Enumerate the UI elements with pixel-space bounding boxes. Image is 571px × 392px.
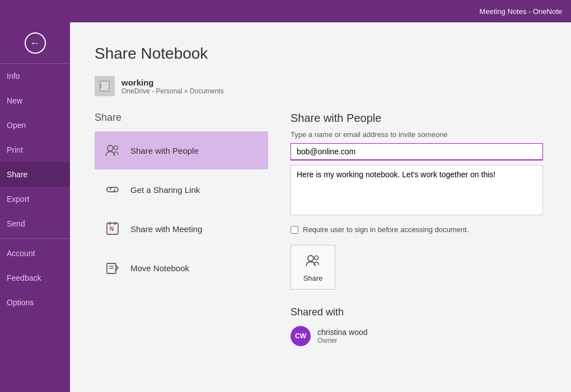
- notebook-info: working OneDrive - Personal » Documents: [95, 76, 543, 96]
- svg-rect-1: [101, 82, 109, 91]
- notebook-svg-icon: [99, 80, 111, 92]
- two-column-layout: Share Share with People: [95, 112, 543, 346]
- share-with-people-heading: Share with People: [291, 112, 543, 125]
- back-button[interactable]: ←: [0, 22, 70, 64]
- page-title: Share Notebook: [95, 45, 543, 63]
- sidebar-item-send[interactable]: Send: [0, 211, 70, 236]
- shared-person: CW christina wood Owner: [291, 326, 543, 346]
- sidebar-item-label: Options: [7, 298, 34, 307]
- share-option-label: Get a Sharing Link: [130, 185, 200, 195]
- share-button-label: Share: [303, 274, 323, 282]
- share-option-move-notebook[interactable]: Move Notebook: [95, 249, 268, 287]
- svg-point-13: [308, 256, 313, 261]
- sidebar-divider: [0, 238, 70, 239]
- sidebar-item-options[interactable]: Options: [0, 290, 70, 315]
- back-arrow-icon: ←: [30, 38, 40, 48]
- main-layout: ← Info New Open Print Share Export Send …: [0, 22, 571, 392]
- sidebar-item-info[interactable]: Info: [0, 64, 70, 88]
- share-option-label: Share with People: [130, 146, 199, 155]
- sidebar-item-label: Print: [7, 145, 23, 154]
- share-option-label: Move Notebook: [130, 263, 189, 273]
- svg-point-4: [107, 145, 113, 151]
- sidebar-item-new[interactable]: New: [0, 88, 70, 113]
- svg-point-5: [114, 146, 118, 150]
- share-option-share-meeting[interactable]: N Share with Meeting: [95, 210, 268, 248]
- share-options-panel: Share Share with People: [95, 112, 268, 346]
- svg-rect-8: [114, 222, 116, 225]
- share-with-people-icon: [102, 140, 123, 160]
- invite-hint: Type a name or email address to invite s…: [291, 130, 543, 139]
- signin-required-row: Require user to sign in before accessing…: [291, 225, 543, 234]
- svg-rect-3: [100, 87, 101, 88]
- svg-point-14: [315, 256, 319, 259]
- sidebar-item-label: New: [7, 96, 22, 105]
- share-option-label: Share with Meeting: [130, 224, 202, 234]
- svg-rect-2: [100, 84, 101, 86]
- sidebar-item-label: Share: [7, 170, 27, 179]
- sidebar-item-label: Send: [7, 219, 25, 228]
- sidebar-item-open[interactable]: Open: [0, 113, 70, 138]
- sidebar-item-feedback[interactable]: Feedback: [0, 266, 70, 290]
- get-sharing-link-icon: [102, 180, 123, 200]
- share-button-icon: [305, 253, 321, 272]
- share-button[interactable]: Share: [291, 245, 335, 290]
- person-name: christina wood: [317, 328, 368, 337]
- message-input[interactable]: [291, 165, 543, 215]
- avatar: CW: [291, 326, 311, 346]
- avatar-initials: CW: [295, 332, 306, 340]
- move-notebook-icon: [102, 258, 123, 278]
- svg-text:N: N: [110, 226, 114, 232]
- top-bar: Meeting Notes - OneNote: [0, 0, 571, 22]
- share-option-get-link[interactable]: Get a Sharing Link: [95, 171, 268, 209]
- sidebar-item-account[interactable]: Account: [0, 241, 70, 266]
- sidebar-item-export[interactable]: Export: [0, 187, 70, 211]
- signin-required-checkbox[interactable]: [291, 226, 298, 234]
- sidebar-item-label: Feedback: [7, 273, 41, 282]
- top-bar-title: Meeting Notes - OneNote: [480, 7, 562, 16]
- back-circle: ←: [25, 32, 46, 54]
- sidebar-item-label: Open: [7, 121, 26, 130]
- sidebar: ← Info New Open Print Share Export Send …: [0, 22, 70, 392]
- share-option-share-with-people[interactable]: Share with People: [95, 131, 268, 169]
- share-meeting-icon: N: [102, 219, 123, 239]
- sidebar-item-print[interactable]: Print: [0, 138, 70, 162]
- svg-rect-7: [109, 222, 111, 225]
- notebook-path: OneDrive - Personal » Documents: [121, 87, 224, 95]
- shared-with-heading: Shared with: [291, 306, 543, 318]
- sidebar-item-label: Export: [7, 195, 29, 204]
- person-info: christina wood Owner: [317, 328, 368, 344]
- content-area: Share Notebook working OneDrive - Person…: [70, 22, 571, 392]
- share-with-people-panel: Share with People Type a name or email a…: [291, 112, 543, 346]
- person-role: Owner: [317, 337, 368, 344]
- sidebar-item-label: Account: [7, 249, 35, 258]
- sidebar-item-share[interactable]: Share: [0, 162, 70, 187]
- email-input[interactable]: [291, 143, 543, 160]
- share-heading: Share: [95, 112, 268, 124]
- notebook-icon: [95, 76, 115, 96]
- notebook-name: working: [121, 78, 224, 87]
- sidebar-item-label: Info: [7, 72, 20, 81]
- notebook-details: working OneDrive - Personal » Documents: [121, 78, 224, 95]
- signin-required-label[interactable]: Require user to sign in before accessing…: [303, 225, 469, 234]
